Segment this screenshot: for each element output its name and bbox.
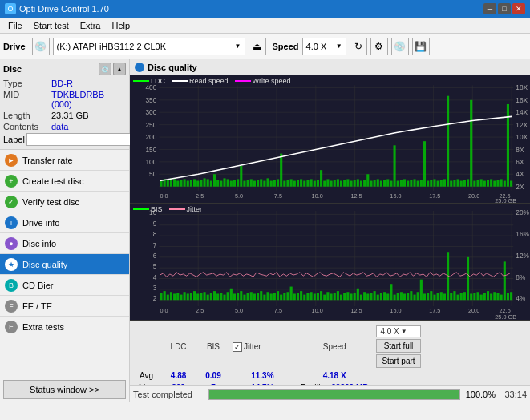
svg-rect-254 (433, 295, 435, 301)
app-icon: O (5, 3, 16, 14)
svg-rect-35 (213, 174, 216, 186)
svg-rect-91 (400, 180, 403, 186)
drive-select[interactable]: (K:) ATAPI iHBS112 2 CL0K ▼ (53, 38, 245, 55)
svg-rect-79 (360, 180, 362, 186)
svg-text:0.0: 0.0 (160, 192, 168, 200)
disc-icon-2[interactable]: ▲ (113, 63, 126, 75)
menu-extra[interactable]: Extra (75, 20, 106, 31)
svg-rect-234 (366, 294, 369, 301)
right-panel: Disc quality LDC Read speed (130, 59, 530, 402)
bottom-chart-legend: BIS Jitter (133, 205, 202, 213)
svg-rect-90 (397, 180, 399, 186)
svg-text:2.5: 2.5 (196, 307, 204, 314)
svg-rect-264 (467, 257, 469, 300)
nav-item-drive-info[interactable]: i Drive info (0, 212, 129, 233)
save-button[interactable]: 💾 (412, 38, 430, 55)
chart-header-icon (135, 63, 144, 72)
main-layout: Disc 💿 ▲ Type BD-R MID TDKBLDRBB (000) L… (0, 59, 530, 402)
menu-start-test[interactable]: Start test (29, 20, 74, 31)
refresh-button[interactable]: ↻ (350, 38, 367, 55)
jitter-legend-label: Jitter (187, 205, 203, 213)
menu-file[interactable]: File (3, 20, 27, 31)
svg-text:2X: 2X (516, 184, 524, 191)
svg-text:15.0: 15.0 (390, 192, 401, 200)
nav-item-verify-test-disc[interactable]: ✓ Verify test disc (0, 192, 129, 212)
start-part-button[interactable]: Start part (376, 354, 420, 368)
svg-text:10X: 10X (516, 134, 528, 141)
svg-rect-225 (337, 291, 339, 300)
svg-rect-75 (346, 179, 349, 186)
disc-button[interactable]: 💿 (391, 38, 409, 55)
speed-select-display[interactable]: 4.0 X ▼ (302, 38, 346, 55)
speed-dropdown-icon: ▼ (336, 42, 342, 50)
nav-item-disc-quality[interactable]: ★ Disc quality (0, 254, 129, 275)
eject-button[interactable]: ⏏ (249, 38, 266, 55)
speed-dropdown-display[interactable]: 4.0 X ▼ (376, 325, 420, 337)
disc-icon-1[interactable]: 💿 (99, 63, 111, 75)
svg-rect-110 (463, 180, 466, 186)
close-button[interactable]: ✕ (512, 3, 525, 14)
svg-rect-269 (483, 293, 486, 301)
nav-item-extra-tests[interactable]: E Extra tests (0, 317, 129, 337)
svg-rect-246 (407, 293, 409, 301)
svg-rect-226 (340, 295, 342, 301)
svg-text:2: 2 (153, 294, 157, 302)
svg-rect-32 (203, 178, 205, 186)
svg-rect-83 (374, 180, 376, 186)
disc-section-title: Disc (3, 64, 22, 74)
svg-rect-31 (200, 180, 202, 186)
svg-rect-49 (260, 179, 262, 186)
write-speed-label: Write speed (253, 77, 291, 85)
svg-rect-183 (196, 294, 199, 301)
svg-text:4X: 4X (516, 171, 524, 178)
svg-rect-43 (240, 166, 242, 187)
nav-item-transfer-rate[interactable]: ► Transfer rate (0, 150, 129, 171)
nav-item-cd-bier[interactable]: B CD Bier (0, 275, 129, 296)
drive-icon-button[interactable]: 💿 (32, 38, 50, 55)
svg-rect-55 (280, 154, 282, 187)
svg-rect-112 (470, 100, 472, 187)
titlebar-controls[interactable]: ─ □ ✕ (483, 3, 525, 14)
svg-rect-189 (216, 294, 219, 301)
settings-button[interactable]: ⚙ (370, 38, 388, 55)
menu-help[interactable]: Help (107, 20, 135, 31)
charts-area: LDC Read speed Write speed (130, 75, 530, 321)
svg-text:6X: 6X (516, 159, 524, 166)
legend-read-speed: Read speed (172, 77, 229, 85)
svg-rect-19 (160, 180, 162, 186)
svg-rect-64 (310, 179, 313, 186)
status-window-button[interactable]: Status window >> (3, 380, 126, 399)
minimize-button[interactable]: ─ (483, 3, 496, 14)
svg-text:400: 400 (145, 85, 156, 92)
nav-item-create-test-disc[interactable]: + Create test disc (0, 171, 129, 192)
write-speed-color (235, 80, 251, 82)
svg-rect-196 (240, 291, 242, 300)
svg-rect-109 (460, 180, 463, 186)
nav-item-disc-info[interactable]: ● Disc info (0, 233, 129, 254)
jitter-checkbox[interactable]: ✓ (233, 342, 242, 352)
svg-rect-274 (500, 295, 503, 301)
col-speed: Speed (297, 325, 372, 369)
svg-rect-221 (323, 295, 326, 301)
svg-rect-218 (314, 294, 316, 301)
legend-jitter: Jitter (169, 205, 203, 213)
avg-speed-value: 4.18 X (297, 370, 372, 381)
svg-rect-229 (350, 294, 352, 301)
label-input[interactable] (26, 133, 133, 146)
svg-rect-36 (216, 180, 219, 186)
svg-rect-209 (283, 293, 285, 301)
mid-row: MID TDKBLDRBB (000) (3, 90, 126, 109)
svg-rect-108 (457, 179, 459, 186)
svg-rect-194 (233, 294, 236, 301)
svg-rect-50 (263, 180, 265, 186)
legend-write-speed: Write speed (235, 77, 291, 85)
maximize-button[interactable]: □ (498, 3, 511, 14)
svg-rect-250 (420, 280, 423, 301)
start-full-button[interactable]: Start full (376, 339, 420, 353)
svg-rect-181 (190, 293, 192, 301)
svg-rect-277 (510, 292, 512, 300)
svg-rect-219 (317, 293, 319, 301)
svg-text:150: 150 (145, 147, 156, 154)
nav-item-fe-te[interactable]: F FE / TE (0, 296, 129, 317)
disc-info-icon: ● (5, 237, 18, 250)
